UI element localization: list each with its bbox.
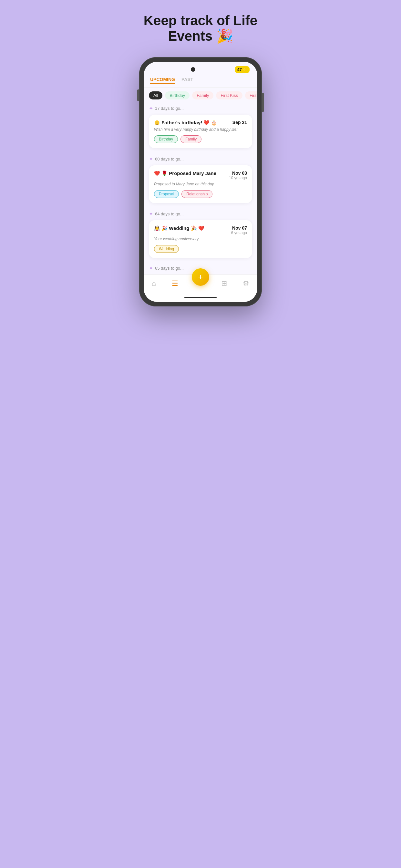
event-card-1[interactable]: 👴 Father's birthday! ❤️ 🎂 Sep 21 Wish hi… [149, 115, 252, 149]
card-date-1: Sep 21 [233, 120, 247, 125]
sparkle-icon-partial: ✦ [149, 265, 153, 271]
sparkle-icon-3: ✦ [149, 211, 153, 217]
filter-first-meet[interactable]: First Meet [245, 91, 257, 99]
event-section-1: ✦ 17 days to go... 👴 Father's birthday! … [144, 102, 257, 149]
tag-wedding-3[interactable]: Wedding [154, 245, 179, 253]
fab-add-button[interactable]: + [192, 268, 209, 286]
card-desc-3: Your wedding anniversary [154, 237, 247, 242]
nav-list-icon[interactable]: ☰ [168, 278, 181, 289]
event-section-3: ✦ 64 days to go... 👰 🎉 Wedding 🎉 ❤️ Nov … [144, 208, 257, 258]
nav-settings-icon[interactable]: ⚙ [240, 278, 252, 289]
tag-family-1[interactable]: Family [181, 135, 202, 143]
tag-relationship-2[interactable]: Relationship [181, 190, 212, 198]
event-card-3[interactable]: 👰 🎉 Wedding 🎉 ❤️ Nov 07 6 yrs ago Your w… [149, 220, 252, 258]
event-card-2[interactable]: ❤️ 🌹 Proposed Mary Jane Nov 03 10 yrs ag… [149, 165, 252, 203]
card-top-1: 👴 Father's birthday! ❤️ 🎂 Sep 21 [154, 120, 247, 126]
nav-home-icon[interactable]: ⌂ [149, 278, 159, 289]
bottom-nav: + ⌂ ☰ ⊞ ⚙ [144, 275, 257, 295]
days-label-1: ✦ 17 days to go... [149, 105, 252, 112]
tab-upcoming[interactable]: UPCOMING [150, 77, 175, 84]
phone-screen: 47⚡ UPCOMING PAST All Birthday Family Fi… [144, 62, 257, 302]
days-label-2: ✦ 60 days to go... [149, 156, 252, 162]
card-tags-3: Wedding [154, 245, 247, 253]
headline-line1: Keep track of Life [144, 13, 257, 28]
card-date-3: Nov 07 6 yrs ago [231, 225, 247, 235]
sparkle-icon-2: ✦ [149, 156, 153, 162]
days-label-3: ✦ 64 days to go... [149, 211, 252, 217]
home-indicator [184, 297, 217, 298]
filter-family[interactable]: Family [192, 91, 213, 99]
filter-row: All Birthday Family First Kiss First Mee… [144, 88, 257, 102]
card-top-3: 👰 🎉 Wedding 🎉 ❤️ Nov 07 6 yrs ago [154, 225, 247, 235]
filter-all[interactable]: All [149, 91, 162, 99]
card-desc-2: Proposed to Mary Jane on this day [154, 182, 247, 187]
tag-proposal-2[interactable]: Proposal [154, 190, 179, 198]
card-date-2: Nov 03 10 yrs ago [229, 170, 247, 180]
status-bar: 47⚡ [144, 62, 257, 75]
card-desc-1: Wish him a very happy birthday and a hap… [154, 127, 247, 132]
phone-shell: 47⚡ UPCOMING PAST All Birthday Family Fi… [139, 57, 262, 306]
tabs-row: UPCOMING PAST [144, 75, 257, 88]
headline-line2: Events 🎉 [168, 28, 233, 43]
card-tags-1: Birthday Family [154, 135, 247, 143]
filter-first-kiss[interactable]: First Kiss [216, 91, 242, 99]
battery-badge: 47⚡ [235, 66, 250, 73]
card-top-2: ❤️ 🌹 Proposed Mary Jane Nov 03 10 yrs ag… [154, 170, 247, 180]
card-title-3: 👰 🎉 Wedding 🎉 ❤️ [154, 225, 227, 231]
filter-birthday[interactable]: Birthday [165, 91, 189, 99]
headline: Keep track of Life Events 🎉 [141, 13, 260, 44]
card-title-1: 👴 Father's birthday! ❤️ 🎂 [154, 120, 228, 126]
tag-birthday-1[interactable]: Birthday [154, 135, 178, 143]
tab-past[interactable]: PAST [181, 77, 193, 84]
card-tags-2: Proposal Relationship [154, 190, 247, 198]
camera-dot [191, 67, 195, 72]
card-title-2: ❤️ 🌹 Proposed Mary Jane [154, 170, 225, 176]
sparkle-icon-1: ✦ [149, 105, 153, 112]
event-section-2: ✦ 60 days to go... ❤️ 🌹 Proposed Mary Ja… [144, 153, 257, 203]
page-wrapper: Keep track of Life Events 🎉 47⚡ UPCOMING… [134, 13, 267, 306]
nav-grid-icon[interactable]: ⊞ [218, 278, 230, 289]
